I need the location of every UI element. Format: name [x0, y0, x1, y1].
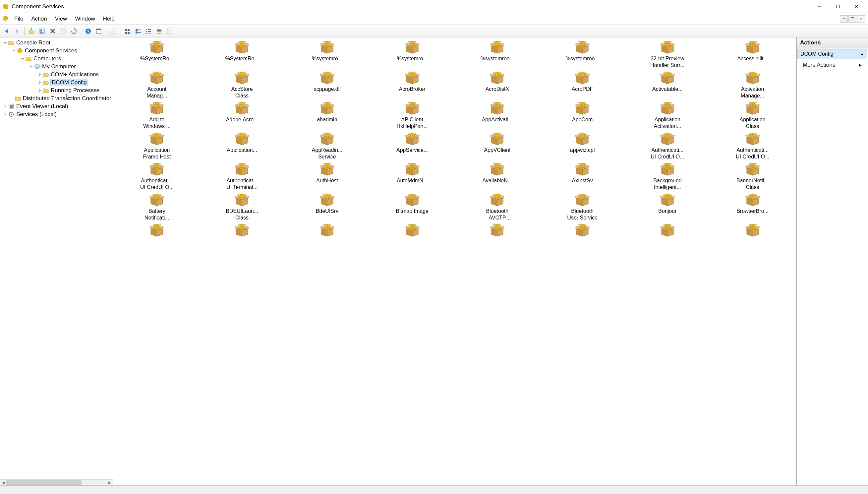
dcom-item[interactable]: %systemro...: [370, 39, 455, 70]
mdi-minimize[interactable]: ━: [840, 15, 848, 22]
dcom-item[interactable]: Authenticati... UI CredUI O...: [710, 131, 795, 162]
dcom-item[interactable]: Bonjour: [625, 192, 710, 223]
dcom-item[interactable]: AppService...: [370, 131, 455, 162]
dcom-item[interactable]: Background Intelligent...: [625, 162, 710, 192]
close-button[interactable]: [847, 0, 866, 13]
menu-help[interactable]: Help: [99, 14, 119, 23]
tree-collapse-icon[interactable]: [29, 64, 34, 69]
tree-expand-icon[interactable]: [37, 80, 42, 85]
view-local-button[interactable]: [143, 26, 154, 36]
dcom-item[interactable]: BrowserBro...: [710, 192, 795, 223]
tree-node[interactable]: Event Viewer (Local): [0, 102, 113, 110]
dcom-item[interactable]: AcroBroker: [370, 70, 455, 100]
tree-collapse-icon[interactable]: [12, 49, 16, 53]
dcom-item[interactable]: AuthHost: [285, 162, 370, 192]
scroll-right-icon[interactable]: ▶: [107, 480, 113, 486]
dcom-item[interactable]: [455, 223, 540, 240]
dcom-item[interactable]: BannerNotif... Class: [710, 162, 795, 192]
tree-node[interactable]: Distributed Transaction Coordinator: [0, 94, 113, 102]
nav-back-button[interactable]: [2, 26, 12, 36]
actions-more[interactable]: More Actions ▶: [797, 60, 868, 70]
dcom-item[interactable]: AxInstSv: [540, 162, 625, 192]
mdi-restore[interactable]: ❐: [848, 15, 856, 22]
dcom-item[interactable]: Bitmap Image: [370, 192, 455, 223]
dcom-item[interactable]: AvailableN...: [455, 162, 540, 192]
up-one-level-button[interactable]: [26, 26, 37, 36]
show-hide-tree-button[interactable]: [37, 26, 47, 36]
tree-h-scrollbar[interactable]: ◀ ▶: [0, 479, 113, 486]
dcom-item[interactable]: Authenticati... UI CredUI O...: [114, 162, 199, 192]
dcom-item[interactable]: Application Frame Host: [114, 131, 199, 162]
dcom-item[interactable]: [370, 223, 455, 240]
dcom-item[interactable]: AP Client HxHelpPan...: [370, 100, 455, 131]
dcom-item[interactable]: Add to Windows ...: [114, 100, 199, 131]
dcom-item[interactable]: Bluetooth AVCTP Service: [455, 192, 540, 223]
dcom-item[interactable]: %SystemRo...: [199, 39, 285, 70]
tree-expand-icon[interactable]: [37, 72, 42, 77]
dcom-item[interactable]: Account Manag...: [114, 70, 199, 100]
collapse-icon[interactable]: ▲: [860, 52, 864, 56]
dcom-item[interactable]: Bluetooth User Service: [540, 192, 625, 223]
maximize-button[interactable]: [829, 0, 847, 13]
tree-node[interactable]: DCOM Config: [0, 79, 113, 87]
dcom-item[interactable]: Activatable...: [625, 70, 710, 100]
dcom-item[interactable]: Application Class: [710, 100, 795, 131]
dcom-item[interactable]: Application Activation...: [625, 100, 710, 131]
dcom-item[interactable]: %SystemRo...: [114, 39, 199, 70]
dcom-item[interactable]: [114, 223, 199, 240]
dcom-item[interactable]: %systemroo...: [455, 39, 540, 70]
tree-expand-icon[interactable]: [3, 104, 7, 109]
dcom-item[interactable]: Battery Notificati...: [114, 192, 199, 223]
tree-node[interactable]: Console Root: [0, 39, 113, 47]
dcom-item[interactable]: AppActivati...: [455, 100, 540, 131]
dcom-item[interactable]: acppage.dll: [285, 70, 370, 100]
dcom-item[interactable]: Adobe.Acro...: [199, 100, 285, 131]
tree-node[interactable]: Computers: [0, 55, 113, 63]
window-button[interactable]: [94, 26, 104, 36]
refresh-button[interactable]: [69, 26, 79, 36]
dcom-item[interactable]: Application...: [199, 131, 285, 162]
dcom-item[interactable]: [540, 223, 625, 240]
dcom-item[interactable]: Activation Manage...: [710, 70, 795, 100]
menu-window[interactable]: Window: [71, 14, 99, 23]
actions-section[interactable]: DCOM Config ▲: [797, 49, 867, 59]
delete-button[interactable]: [48, 26, 58, 36]
tree-node[interactable]: COM+ Applications: [0, 71, 113, 79]
tree-node[interactable]: My Computer: [0, 63, 113, 71]
dcom-item[interactable]: BdeUISrv: [285, 192, 370, 223]
dcom-item[interactable]: AccStore Class: [199, 70, 285, 100]
minimize-button[interactable]: [810, 0, 829, 13]
menu-view[interactable]: View: [51, 14, 71, 23]
dcom-item[interactable]: appwiz.cpl: [540, 131, 625, 162]
dcom-item[interactable]: [625, 223, 710, 240]
dcom-item[interactable]: [199, 223, 285, 240]
view-list-button[interactable]: [154, 26, 164, 36]
icon-grid[interactable]: %SystemRo...%SystemRo...%systemro...%sys…: [113, 37, 796, 486]
scroll-left-icon[interactable]: ◀: [0, 480, 6, 486]
dcom-item[interactable]: BDEUILaun... Class: [199, 192, 285, 223]
view-status-button[interactable]: [122, 26, 132, 36]
dcom-item[interactable]: ahadmin: [285, 100, 370, 131]
view-shutdown-button[interactable]: [133, 26, 143, 36]
dcom-item[interactable]: Accessibilit...: [710, 39, 795, 70]
dcom-item[interactable]: [285, 223, 370, 240]
dcom-item[interactable]: [710, 223, 795, 240]
dcom-item[interactable]: AppVClient: [455, 131, 540, 162]
dcom-item[interactable]: 32-bit Preview Handler Surr...: [625, 39, 710, 70]
menu-file[interactable]: File: [10, 14, 27, 23]
dcom-item[interactable]: AutoMdmN...: [370, 162, 455, 192]
dcom-item[interactable]: Authenticati... UI CredUI O...: [625, 131, 710, 162]
mdi-close[interactable]: ✕: [857, 15, 865, 22]
dcom-item[interactable]: Authenticat... UI Terminal...: [199, 162, 285, 192]
dcom-item[interactable]: AppCom: [540, 100, 625, 131]
dcom-item[interactable]: %systemroo...: [540, 39, 625, 70]
dcom-item[interactable]: AppReadin... Service: [285, 131, 370, 162]
tree-expand-icon[interactable]: [3, 112, 7, 117]
tree-node[interactable]: Component Services: [0, 47, 113, 55]
dcom-item[interactable]: %systemro...: [285, 39, 370, 70]
dcom-item[interactable]: AcroPDF: [540, 70, 625, 100]
tree-node[interactable]: Running Processes: [0, 87, 113, 94]
tree-expand-icon[interactable]: [37, 88, 42, 93]
tree-collapse-icon[interactable]: [20, 56, 25, 61]
help-button[interactable]: ?: [83, 26, 93, 36]
